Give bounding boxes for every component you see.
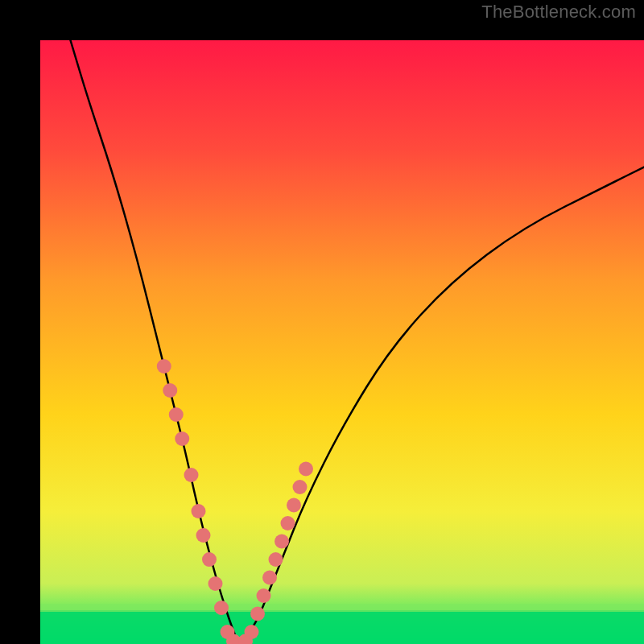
marker-dot: [257, 588, 271, 603]
marker-dot: [250, 607, 265, 621]
marker-dot: [262, 571, 277, 585]
marker-dot: [163, 383, 177, 398]
marker-dot: [275, 535, 289, 549]
marker-dot: [184, 468, 199, 482]
marker-dot: [169, 407, 184, 422]
marker-dot: [299, 462, 313, 477]
marker-dot: [202, 552, 217, 567]
marker-dot: [269, 552, 283, 567]
green-band: [40, 610, 644, 644]
marker-dot: [208, 576, 223, 591]
marker-dot: [157, 359, 171, 374]
green-band-upper: [40, 604, 644, 612]
marker-dot: [214, 601, 229, 615]
marker-dot: [196, 528, 211, 543]
marker-dot: [192, 504, 206, 518]
marker-dot: [175, 431, 189, 446]
marker-dot: [245, 625, 259, 639]
watermark-text: TheBottleneck.com: [481, 2, 636, 23]
bottleneck-chart: [40, 40, 644, 644]
gradient-background: [40, 40, 644, 644]
marker-dot: [281, 516, 295, 530]
chart-frame: [20, 20, 624, 624]
marker-dot: [293, 480, 308, 494]
marker-dot: [287, 498, 301, 513]
